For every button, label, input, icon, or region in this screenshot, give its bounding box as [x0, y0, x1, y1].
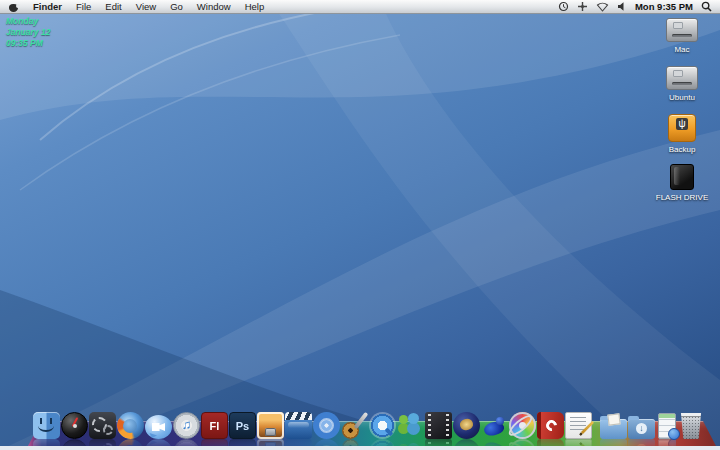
- dock-icon-trash[interactable]: [679, 413, 703, 439]
- hard-drive-icon: [666, 18, 698, 42]
- dock-icon-dashboard[interactable]: [61, 412, 88, 439]
- dock-icon-iphoto[interactable]: [257, 412, 284, 439]
- flash-glyph: Fl: [202, 413, 227, 438]
- dock-icon-itunes[interactable]: [173, 412, 200, 439]
- dock-icon-minimized-window[interactable]: [658, 413, 676, 439]
- apple-menu-icon[interactable]: [9, 2, 19, 12]
- dock-icon-garageband[interactable]: [341, 412, 368, 439]
- dock-icon-documents-folder[interactable]: [600, 419, 627, 439]
- volume-icon[interactable]: [617, 1, 627, 12]
- menu-bar: Finder File Edit View Go Window Help Mon…: [0, 0, 720, 14]
- dock-icon-quicktime[interactable]: [369, 412, 396, 439]
- input-menu-icon[interactable]: [577, 1, 588, 12]
- dock-icon-ichat[interactable]: [145, 415, 172, 439]
- desktop-icon-flash-drive[interactable]: FLASH DRIVE: [650, 164, 714, 202]
- menu-window[interactable]: Window: [190, 0, 238, 13]
- desktop-icon-label: FLASH DRIVE: [656, 193, 708, 202]
- time-machine-icon[interactable]: [558, 1, 569, 12]
- dock-icon-downloads-folder[interactable]: [628, 419, 655, 439]
- desktop: Finder File Edit View Go Window Help Mon…: [0, 0, 720, 450]
- dock-icon-imovie[interactable]: [285, 412, 312, 439]
- hard-drive-icon: [666, 66, 698, 90]
- desktop-icon-mac[interactable]: Mac: [650, 18, 714, 54]
- desktop-icon-ubuntu[interactable]: Ubuntu: [650, 66, 714, 102]
- menu-edit[interactable]: Edit: [98, 0, 128, 13]
- menu-view[interactable]: View: [129, 0, 163, 13]
- desktop-clock-widget: Monday January 12 09:35 PM: [6, 16, 50, 49]
- dock-icon-firefox[interactable]: [117, 412, 144, 439]
- dock-icon-red-c-app[interactable]: [537, 412, 564, 439]
- photoshop-glyph: Ps: [230, 413, 255, 438]
- menu-file[interactable]: File: [69, 0, 98, 13]
- menu-help[interactable]: Help: [238, 0, 272, 13]
- dock-icon-idvd[interactable]: [313, 412, 340, 439]
- wallpaper-curves: [0, 0, 720, 450]
- menubar-clock[interactable]: Mon 9:35 PM: [635, 1, 693, 12]
- spotlight-icon[interactable]: [701, 1, 712, 12]
- dock: Fl Ps: [33, 412, 703, 439]
- desktop-icon-label: Mac: [674, 45, 689, 54]
- dock-icon-gyroscope-color-app[interactable]: [509, 412, 536, 439]
- dock-icon-finder[interactable]: [33, 412, 60, 439]
- airport-off-icon[interactable]: [596, 1, 609, 12]
- menu-go[interactable]: Go: [163, 0, 190, 13]
- desktop-icon-label: Ubuntu: [669, 93, 695, 102]
- dock-icon-adobe-photoshop[interactable]: Ps: [229, 412, 256, 439]
- menu-finder[interactable]: Finder: [26, 0, 69, 13]
- dock-icon-system-preferences[interactable]: [89, 412, 116, 439]
- usb-drive-icon: [668, 114, 696, 142]
- dock-icon-film-strip-app[interactable]: [425, 412, 452, 439]
- desktop-clock-time: 09:35 PM: [6, 38, 50, 49]
- dock-icon-game-sphere-app[interactable]: [453, 412, 480, 439]
- desktop-icon-label: Backup: [669, 145, 696, 154]
- dock-icon-msn-messenger[interactable]: [397, 412, 424, 439]
- screen-bottom-strip: [0, 446, 720, 450]
- desktop-icon-backup[interactable]: Backup: [650, 114, 714, 154]
- menubar-status-area: Mon 9:35 PM: [558, 1, 716, 12]
- desktop-clock-date: January 12: [6, 27, 50, 38]
- flash-drive-icon: [670, 164, 694, 190]
- dock-icon-adobe-flash[interactable]: Fl: [201, 412, 228, 439]
- dock-icon-textedit[interactable]: [565, 412, 592, 439]
- desktop-clock-weekday: Monday: [6, 16, 50, 27]
- dock-icon-vuze[interactable]: [481, 412, 508, 439]
- wallpaper: [0, 0, 720, 450]
